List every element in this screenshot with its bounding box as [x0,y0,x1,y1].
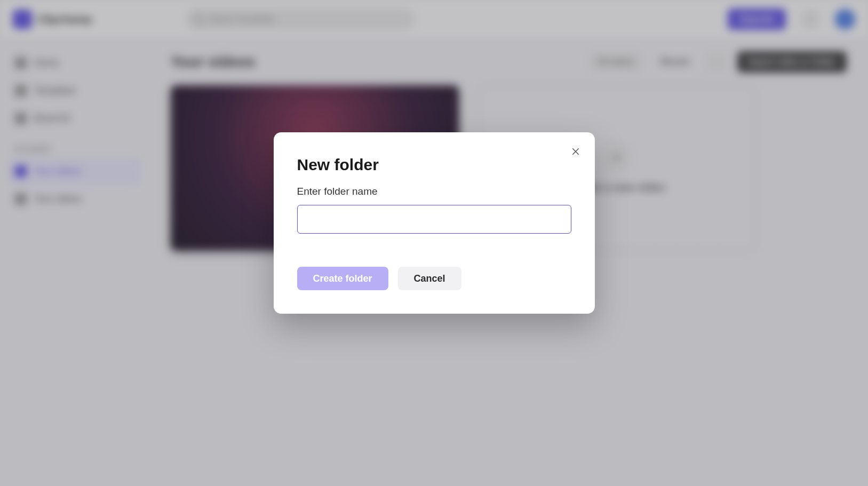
cancel-button[interactable]: Cancel [398,267,461,290]
create-folder-button-label: Create folder [313,273,372,284]
modal-actions: Create folder Cancel [297,267,571,290]
folder-name-input[interactable] [297,205,571,234]
new-folder-modal: New folder Enter folder name Create fold… [274,132,595,314]
modal-overlay[interactable]: New folder Enter folder name Create fold… [0,0,868,486]
close-icon [571,147,580,156]
modal-input-label: Enter folder name [297,186,571,197]
cancel-button-label: Cancel [414,273,445,284]
modal-title: New folder [297,156,571,174]
create-folder-button[interactable]: Create folder [297,267,388,290]
close-button[interactable] [567,143,584,160]
